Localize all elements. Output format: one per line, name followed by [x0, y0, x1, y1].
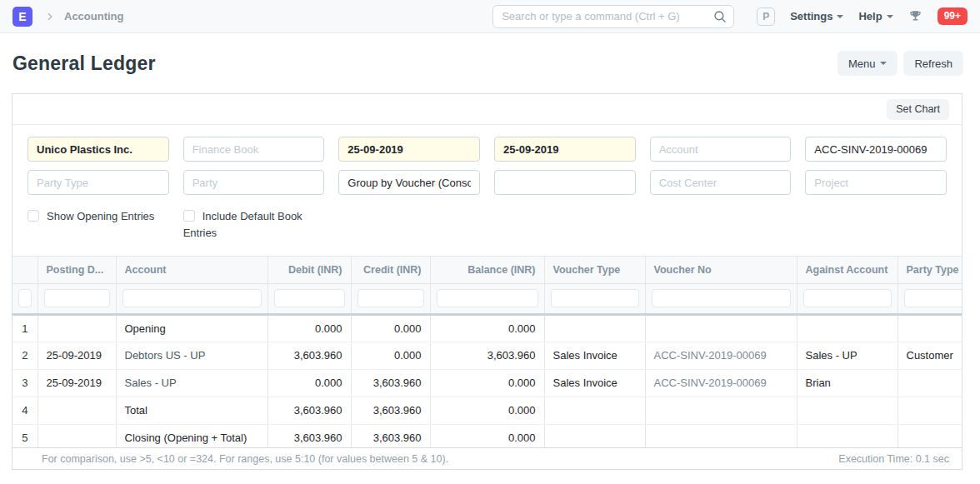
cell-party_type [898, 369, 962, 397]
show-opening-entries-option[interactable]: Show Opening Entries [28, 208, 169, 243]
project-filter[interactable] [805, 170, 947, 195]
report-card: Set Chart Show Opening Entries Include D… [12, 93, 962, 470]
to-date-filter[interactable] [494, 137, 636, 162]
cell-voucher_type [544, 397, 645, 424]
cost-center-filter[interactable] [650, 170, 792, 195]
page-title: General Ledger [12, 52, 156, 75]
table-header-row: Posting D...AccountDebit (INR)Credit (IN… [12, 257, 962, 283]
cell-credit: 0.000 [351, 314, 430, 342]
cell-account[interactable]: Sales - UP [116, 369, 268, 397]
cell-voucher_type: Sales Invoice [544, 342, 645, 369]
settings-menu[interactable]: Settings [790, 10, 843, 22]
row-index: 4 [12, 397, 38, 424]
cell-balance: 3,603.960 [430, 342, 544, 369]
column-filter-cell-credit [351, 283, 430, 314]
from-date-filter[interactable] [338, 137, 480, 162]
column-filter-input-voucher_no[interactable] [652, 289, 791, 307]
include-default-book-entries-label: Include Default Book Entries [183, 210, 302, 239]
search-input[interactable] [492, 5, 734, 28]
include-default-book-entries-checkbox[interactable] [183, 210, 195, 222]
show-opening-entries-label: Show Opening Entries [47, 210, 154, 222]
breadcrumb[interactable]: Accounting [64, 10, 124, 22]
navbar: E Accounting P Settings Help 99+ [0, 0, 980, 33]
chevron-down-icon [880, 62, 887, 65]
column-filter-input-party_type[interactable] [904, 289, 962, 307]
execution-time: Execution Time: 0.1 sec [838, 453, 949, 465]
filter-section: Show Opening Entries Include Default Boo… [12, 125, 962, 243]
column-filter-cell-account [116, 283, 268, 314]
column-filter-cell-voucher_type [544, 283, 645, 314]
cell-debit: 3,603.960 [268, 397, 351, 424]
cell-voucher_no [645, 424, 797, 447]
column-header-voucher_type[interactable]: Voucher Type [544, 257, 645, 283]
column-header-credit[interactable]: Credit (INR) [351, 257, 430, 283]
cell-voucher_no[interactable]: ACC-SINV-2019-00069 [645, 369, 797, 397]
breadcrumb-chevron-icon [44, 11, 56, 22]
cell-party_type [898, 424, 962, 447]
page-actions: Menu Refresh [838, 51, 963, 76]
cell-credit: 3,603.960 [351, 424, 430, 447]
cell-posting_date [38, 314, 116, 342]
column-filter-input-posting_date[interactable] [44, 289, 110, 307]
help-menu[interactable]: Help [858, 10, 892, 22]
column-filter-cell-voucher_no [645, 283, 797, 314]
group-by-select[interactable] [338, 170, 480, 195]
voucher-no-filter[interactable] [805, 137, 947, 162]
column-filter-input-credit[interactable] [358, 289, 424, 307]
column-header-account[interactable]: Account [116, 257, 268, 283]
cell-account: Opening [116, 314, 268, 342]
cell-posting_date [38, 424, 116, 447]
cell-party_type [898, 314, 962, 342]
column-header-debit[interactable]: Debit (INR) [268, 257, 351, 283]
column-filter-input-voucher_type[interactable] [551, 289, 639, 307]
filter-grid [28, 137, 947, 195]
column-filter-input-debit[interactable] [274, 289, 345, 307]
column-header-idx[interactable] [12, 257, 38, 283]
cell-account[interactable]: Debtors US - UP [116, 342, 268, 369]
column-header-posting_date[interactable]: Posting D... [38, 257, 116, 283]
row-index: 3 [12, 369, 38, 397]
cell-posting_date: 25-09-2019 [38, 342, 116, 369]
account-filter[interactable] [650, 137, 792, 162]
cell-debit: 3,603.960 [268, 424, 351, 447]
show-opening-entries-checkbox[interactable] [28, 210, 39, 222]
cell-voucher_no [645, 314, 797, 342]
navbar-right: P Settings Help 99+ [757, 7, 968, 26]
cell-party_type: Customer [898, 342, 962, 369]
column-filter-input-account[interactable] [122, 289, 262, 307]
set-chart-button[interactable]: Set Chart [887, 99, 949, 120]
comparison-hint: For comparison, use >5, <10 or =324. For… [42, 453, 448, 465]
menu-button[interactable]: Menu [838, 51, 898, 76]
cell-against_account [797, 397, 898, 424]
empty-filter[interactable] [494, 170, 636, 195]
company-filter[interactable] [28, 137, 169, 162]
cell-against_account: Brian [797, 369, 898, 397]
column-header-balance[interactable]: Balance (INR) [430, 257, 544, 283]
finance-book-filter[interactable] [183, 137, 325, 162]
cell-against_account [797, 424, 898, 447]
column-header-voucher_no[interactable]: Voucher No [645, 257, 797, 283]
cell-account: Total [116, 397, 268, 424]
include-default-book-entries-option[interactable]: Include Default Book Entries [183, 208, 325, 243]
column-filter-cell-debit [268, 283, 351, 314]
party-type-filter[interactable] [28, 170, 169, 195]
trophy-icon[interactable] [908, 9, 922, 23]
cell-voucher_type: Sales Invoice [544, 369, 645, 397]
party-filter[interactable] [183, 170, 325, 195]
refresh-button[interactable]: Refresh [903, 51, 963, 76]
table-row: 4Total3,603.9603,603.9600.000 [12, 397, 962, 424]
column-header-against_account[interactable]: Against Account [797, 257, 898, 283]
user-avatar[interactable]: P [757, 7, 775, 26]
app-logo[interactable]: E [12, 7, 32, 27]
cell-against_account: Sales - UP [797, 342, 898, 369]
notifications-badge[interactable]: 99+ [938, 7, 968, 24]
column-filter-input-balance[interactable] [437, 289, 538, 307]
cell-voucher_no[interactable]: ACC-SINV-2019-00069 [645, 342, 797, 369]
column-filter-input-idx[interactable] [18, 289, 32, 307]
report-table: Posting D...AccountDebit (INR)Credit (IN… [12, 257, 962, 447]
report-table-wrap: Posting D...AccountDebit (INR)Credit (IN… [12, 256, 962, 447]
table-row: 1Opening0.0000.0000.000 [12, 314, 962, 342]
column-filter-input-against_account[interactable] [803, 289, 892, 307]
column-header-party_type[interactable]: Party Type [898, 257, 962, 283]
help-label: Help [858, 10, 882, 22]
